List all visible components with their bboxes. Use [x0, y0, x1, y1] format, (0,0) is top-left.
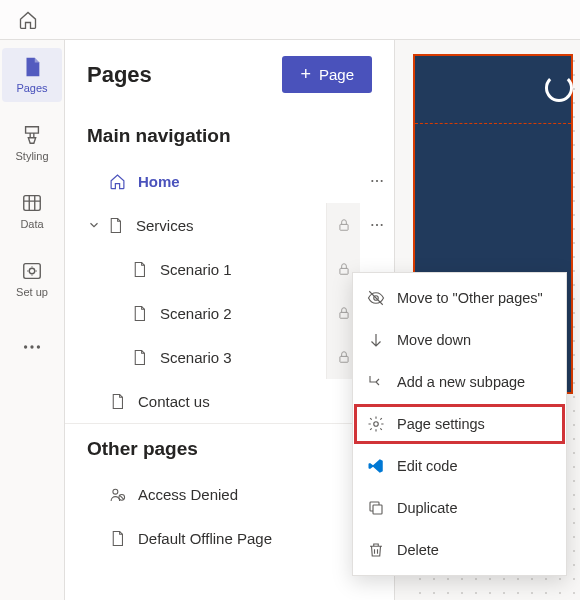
svg-rect-0: [24, 196, 41, 211]
context-menu: Move to "Other pages" Move down Add a ne…: [352, 272, 567, 576]
nav-rail: Pages Styling Data Set up: [0, 0, 65, 600]
subpage-icon: [367, 373, 385, 391]
menu-add-subpage[interactable]: Add a new subpage: [353, 361, 566, 403]
menu-delete[interactable]: Delete: [353, 529, 566, 571]
top-bar: [0, 0, 580, 40]
menu-move-other[interactable]: Move to "Other pages": [353, 277, 566, 319]
svg-point-11: [376, 224, 378, 226]
lock-icon: [337, 218, 351, 232]
svg-rect-20: [373, 505, 382, 514]
tree-row-home[interactable]: Home: [65, 159, 394, 203]
tree-label: Services: [136, 217, 326, 234]
panel-header: Pages + Page: [65, 44, 394, 111]
tree-label: Scenario 3: [160, 349, 326, 366]
tree-row-access-denied[interactable]: Access Denied: [65, 472, 394, 516]
ellipsis-icon: [21, 336, 43, 358]
menu-page-settings[interactable]: Page settings: [353, 403, 566, 445]
tree-row-scenario1[interactable]: Scenario 1: [65, 247, 394, 291]
svg-point-12: [381, 224, 383, 226]
svg-point-19: [374, 422, 379, 427]
menu-label: Move to "Other pages": [397, 290, 543, 306]
setup-icon: [21, 260, 43, 282]
svg-point-4: [30, 345, 33, 348]
brush-icon: [21, 124, 43, 146]
ellipsis-icon: [369, 173, 385, 189]
trash-icon: [367, 541, 385, 559]
svg-rect-1: [24, 264, 41, 279]
tree-label: Scenario 2: [160, 305, 326, 322]
rail-setup[interactable]: Set up: [2, 252, 62, 306]
svg-point-8: [381, 180, 383, 182]
new-page-button[interactable]: + Page: [282, 56, 372, 93]
menu-label: Page settings: [397, 416, 485, 432]
svg-point-16: [113, 489, 118, 494]
svg-rect-9: [339, 224, 347, 230]
section-main-nav: Main navigation: [65, 111, 394, 159]
menu-label: Add a new subpage: [397, 374, 525, 390]
svg-point-2: [29, 268, 35, 274]
lock-icon: [337, 262, 351, 276]
rail-label: Styling: [15, 150, 48, 162]
rail-pages[interactable]: Pages: [2, 48, 62, 102]
svg-rect-15: [339, 356, 347, 362]
person-denied-icon: [109, 486, 126, 503]
new-page-label: Page: [319, 66, 354, 83]
tree-row-contact[interactable]: Contact us: [65, 379, 394, 423]
svg-point-5: [37, 345, 40, 348]
svg-point-7: [376, 180, 378, 182]
plus-icon: +: [300, 64, 311, 85]
ellipsis-icon: [369, 217, 385, 233]
chevron-down-icon[interactable]: [87, 218, 101, 232]
section-other-pages: Other pages: [65, 423, 394, 472]
duplicate-icon: [367, 499, 385, 517]
page-icon: [131, 305, 148, 322]
gear-icon: [367, 415, 385, 433]
pages-icon: [21, 56, 43, 78]
rail-label: Pages: [16, 82, 47, 94]
tree-label: Scenario 1: [160, 261, 326, 278]
rail-label: Data: [20, 218, 43, 230]
tree-row-services[interactable]: Services: [65, 203, 394, 247]
page-icon: [107, 217, 124, 234]
rail-data[interactable]: Data: [2, 184, 62, 238]
preview-header: [415, 56, 571, 124]
panel-title: Pages: [87, 62, 152, 88]
eye-off-icon: [367, 289, 385, 307]
tree-label: Home: [138, 173, 360, 190]
tree-row-scenario3[interactable]: Scenario 3: [65, 335, 394, 379]
tree-row-default-offline[interactable]: Default Offline Page: [65, 516, 394, 560]
menu-label: Delete: [397, 542, 439, 558]
lock-icon: [337, 306, 351, 320]
page-icon: [109, 393, 126, 410]
menu-edit-code[interactable]: Edit code: [353, 445, 566, 487]
svg-point-3: [24, 345, 27, 348]
arrow-down-icon: [367, 331, 385, 349]
menu-label: Duplicate: [397, 500, 457, 516]
menu-label: Edit code: [397, 458, 457, 474]
rail-styling[interactable]: Styling: [2, 116, 62, 170]
menu-move-down[interactable]: Move down: [353, 319, 566, 361]
other-pages-tree: Access Denied Default Offline Page: [65, 472, 394, 560]
svg-point-10: [371, 224, 373, 226]
row-more-button[interactable]: [360, 203, 394, 247]
page-tree: Home Services Scenario: [65, 159, 394, 423]
menu-duplicate[interactable]: Duplicate: [353, 487, 566, 529]
spinner-icon: [545, 74, 573, 102]
svg-point-6: [371, 180, 373, 182]
page-icon: [131, 261, 148, 278]
lock-icon: [337, 350, 351, 364]
svg-rect-14: [339, 312, 347, 318]
svg-rect-13: [339, 268, 347, 274]
page-icon: [131, 349, 148, 366]
table-icon: [21, 192, 43, 214]
vscode-icon: [367, 457, 385, 475]
rail-more[interactable]: [2, 320, 62, 374]
menu-label: Move down: [397, 332, 471, 348]
rail-label: Set up: [16, 286, 48, 298]
home-icon: [109, 173, 126, 190]
pages-panel: Pages + Page Main navigation Home Servic…: [65, 0, 395, 600]
tree-row-scenario2[interactable]: Scenario 2: [65, 291, 394, 335]
home-icon[interactable]: [18, 10, 38, 30]
page-icon: [109, 530, 126, 547]
row-more-button[interactable]: [360, 159, 394, 203]
